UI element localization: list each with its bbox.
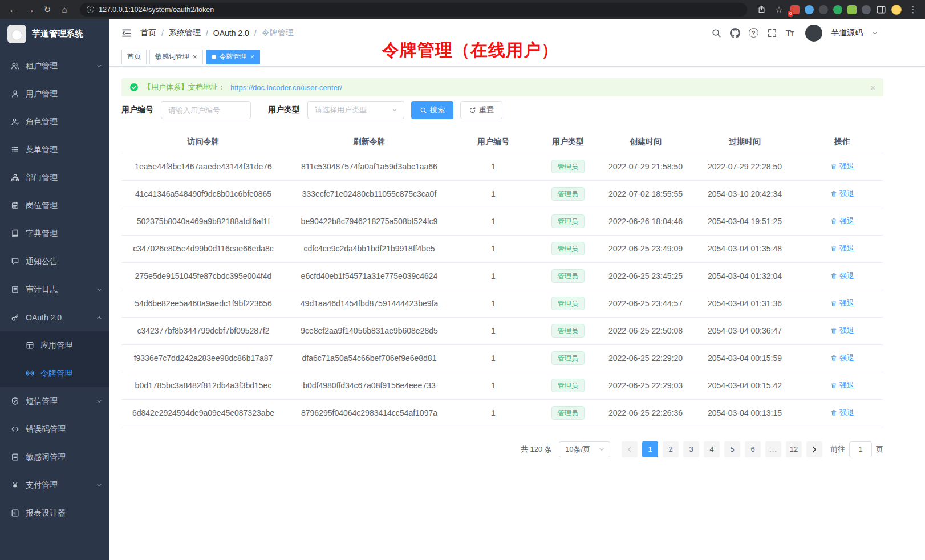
force-logout-button[interactable]: 强退 [830, 216, 854, 226]
breadcrumb-item[interactable]: OAuth 2.0 [213, 29, 249, 38]
sidebar-fold-icon[interactable] [121, 27, 132, 39]
sidebar-item-log[interactable]: 审计日志 [0, 275, 109, 303]
extension-paw-icon[interactable] [862, 5, 871, 14]
force-logout-button[interactable]: 强退 [830, 298, 854, 309]
extension-green-icon[interactable] [833, 5, 842, 14]
force-logout-button[interactable]: 强退 [830, 326, 854, 336]
sidebar-item-sensitive[interactable]: 敏感词管理 [0, 443, 109, 471]
reset-button[interactable]: 重置 [460, 101, 502, 119]
breadcrumb-item[interactable]: 首页 [140, 28, 156, 38]
browser-profile-avatar[interactable] [891, 5, 902, 15]
extension-adblock-icon[interactable]: 0 [790, 5, 800, 14]
pagination-page[interactable]: 1 [642, 441, 658, 457]
user-type-select[interactable]: 请选择用户类型 [307, 101, 404, 119]
force-logout-button[interactable]: 强退 [830, 380, 854, 391]
extension-puzzle-icon[interactable] [847, 5, 857, 14]
reload-icon[interactable]: ↻ [40, 3, 55, 17]
sidebar-item-dept[interactable]: 部门管理 [0, 164, 109, 192]
tab-item[interactable]: 首页 [121, 50, 147, 64]
back-icon[interactable]: ← [6, 3, 21, 17]
pagination-page[interactable]: 4 [704, 441, 720, 457]
close-icon[interactable]: × [250, 53, 255, 60]
extension-dark-icon[interactable] [819, 5, 828, 14]
pagination-page[interactable]: 5 [724, 441, 740, 457]
user-name[interactable]: 芋道源码 [831, 28, 863, 38]
browser-menu-icon[interactable]: ⋮ [907, 3, 919, 17]
sidebar-item-notice[interactable]: 通知公告 [0, 247, 109, 275]
sidebar-item-errorcode[interactable]: 错误码管理 [0, 415, 109, 443]
tab-label: 敏感词管理 [155, 52, 189, 62]
force-logout-button[interactable]: 强退 [830, 189, 854, 199]
force-logout-button[interactable]: 强退 [830, 161, 854, 172]
delete-icon [830, 245, 837, 252]
user-avatar[interactable] [805, 25, 822, 42]
cell-create-time: 2022-06-25 22:26:36 [603, 399, 688, 427]
log-icon [11, 285, 19, 294]
sidebar-item-token[interactable]: 令牌管理 [0, 359, 109, 387]
help-icon[interactable]: ? [749, 28, 758, 38]
delete-icon [830, 300, 837, 307]
sidebar-item-report[interactable]: 报表设计器 [0, 499, 109, 527]
sidebar-item-label: 租户管理 [26, 61, 58, 71]
chevron-down-icon[interactable] [871, 30, 878, 36]
forward-icon[interactable]: → [23, 3, 38, 17]
alert-doc-link[interactable]: https://doc.iocoder.cn/user-center/ [230, 83, 342, 92]
pagination-prev-icon[interactable] [622, 441, 638, 457]
sidebar-item-user[interactable]: 用户管理 [0, 80, 109, 108]
sidebar-item-pay[interactable]: ¥支付管理 [0, 471, 109, 499]
github-icon[interactable] [730, 28, 740, 38]
search-button[interactable]: 搜索 [411, 101, 453, 119]
reset-button-label: 重置 [479, 105, 494, 115]
extension-blue-icon[interactable] [805, 5, 814, 14]
breadcrumb-item[interactable]: 系统管理 [169, 28, 201, 38]
tab-item[interactable]: 敏感词管理× [149, 50, 203, 64]
sidebar-item-sms[interactable]: 短信管理 [0, 387, 109, 415]
force-logout-button[interactable]: 强退 [830, 271, 854, 281]
sidebar-item-dict[interactable]: 字典管理 [0, 220, 109, 247]
force-logout-button[interactable]: 强退 [830, 244, 854, 254]
share-icon[interactable] [755, 3, 768, 17]
app-logo-row[interactable]: 芋道管理系统 [0, 19, 109, 48]
alert-close-icon[interactable]: × [870, 83, 875, 92]
cell-actions: 强退 [801, 235, 883, 262]
sidebar-item-label: 岗位管理 [26, 201, 58, 211]
goto-page-input[interactable] [849, 441, 872, 457]
breadcrumb-item[interactable]: 令牌管理 [262, 28, 294, 38]
sidebar-item-app[interactable]: 应用管理 [0, 331, 109, 359]
table-row: 54d6be82ee5a460a9aedc1f9bf22365649d1aa46… [121, 290, 883, 317]
tab-item[interactable]: 令牌管理× [206, 50, 261, 64]
fullscreen-icon[interactable] [767, 28, 777, 38]
table-row: 6d842e2924594de9a09e45e087323abe8796295f… [121, 399, 883, 427]
force-logout-button[interactable]: 强退 [830, 408, 854, 418]
bookmark-star-icon[interactable]: ☆ [773, 3, 785, 17]
side-panel-icon[interactable] [876, 5, 886, 15]
sidebar-item-tenant[interactable]: 租户管理 [0, 52, 109, 80]
close-icon[interactable]: × [193, 53, 197, 60]
force-logout-button[interactable]: 强退 [830, 353, 854, 363]
sidebar-item-label: 应用管理 [40, 340, 72, 351]
home-icon[interactable]: ⌂ [57, 3, 72, 17]
user-id-input[interactable] [161, 101, 251, 119]
pagination-page[interactable]: 2 [663, 441, 679, 457]
pagination-page[interactable]: 6 [745, 441, 761, 457]
sidebar-item-role[interactable]: 角色管理 [0, 108, 109, 136]
sidebar-item-oauth[interactable]: OAuth 2.0 [0, 303, 109, 331]
user-type-tag: 管理员 [551, 379, 585, 392]
delete-icon [830, 190, 837, 197]
site-info-icon[interactable]: i [87, 6, 94, 13]
cell-refresh-token: 8796295f04064c2983414cc54af1097a [285, 399, 453, 427]
font-size-icon[interactable]: TT [786, 28, 793, 38]
column-header: 创建时间 [603, 131, 688, 153]
pagination-page[interactable]: 12 [786, 441, 802, 457]
address-bar[interactable]: i 127.0.0.1:1024/system/oauth2/token [80, 3, 747, 17]
extension-badge: 0 [788, 11, 793, 17]
page-size-select[interactable]: 10条/页 [559, 441, 610, 457]
search-icon[interactable] [711, 28, 721, 38]
pagination-page[interactable]: 3 [683, 441, 699, 457]
sidebar-item-post[interactable]: 岗位管理 [0, 192, 109, 220]
sidebar-item-label: OAuth 2.0 [26, 313, 62, 322]
user-type-tag: 管理员 [551, 406, 585, 420]
pagination-next-icon[interactable] [806, 441, 822, 457]
sidebar-item-menu[interactable]: 菜单管理 [0, 136, 109, 164]
pagination-more[interactable]: ... [765, 441, 781, 457]
